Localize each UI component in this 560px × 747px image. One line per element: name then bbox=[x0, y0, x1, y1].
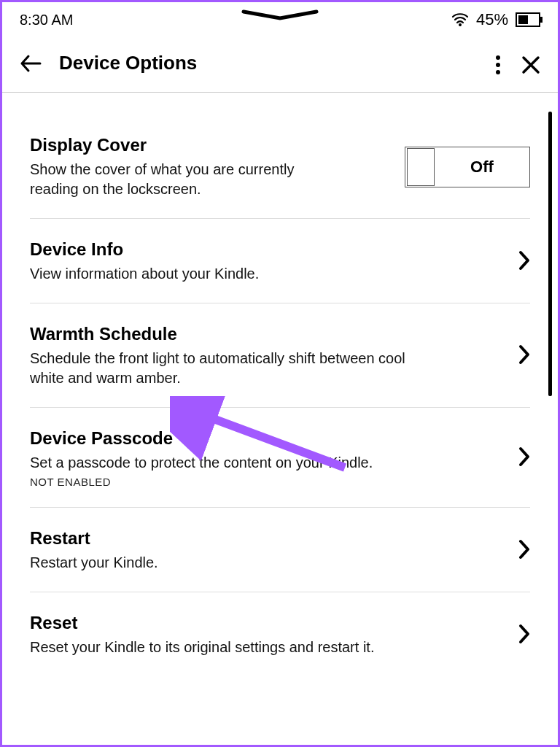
svg-rect-2 bbox=[540, 17, 542, 23]
row-status: NOT ENABLED bbox=[30, 476, 504, 488]
row-title: Device Info bbox=[30, 239, 504, 260]
toggle-knob bbox=[407, 148, 435, 186]
wifi-icon bbox=[451, 12, 469, 27]
row-title: Device Passcode bbox=[30, 428, 504, 449]
row-subtitle: Schedule the front light to automaticall… bbox=[30, 349, 438, 388]
chevron-right-icon bbox=[518, 344, 530, 368]
row-device-passcode[interactable]: Device Passcode Set a passcode to protec… bbox=[30, 408, 530, 508]
row-display-cover[interactable]: Display Cover Show the cover of what you… bbox=[30, 115, 530, 219]
kebab-icon bbox=[495, 55, 501, 75]
row-subtitle: Set a passcode to protect the content on… bbox=[30, 453, 438, 473]
close-icon bbox=[521, 55, 540, 74]
svg-point-4 bbox=[496, 55, 500, 60]
row-title: Warmth Schedule bbox=[30, 324, 504, 344]
row-subtitle: View information about your Kindle. bbox=[30, 264, 438, 284]
chevron-right-icon bbox=[518, 250, 530, 274]
svg-rect-3 bbox=[518, 15, 528, 24]
row-restart[interactable]: Restart Restart your Kindle. bbox=[30, 508, 530, 592]
row-subtitle: Restart your Kindle. bbox=[30, 553, 438, 573]
battery-icon bbox=[516, 12, 543, 27]
scrollbar[interactable] bbox=[548, 112, 552, 396]
arrow-left-icon bbox=[20, 54, 42, 73]
svg-point-6 bbox=[496, 70, 500, 74]
pulldown-handle-icon[interactable] bbox=[240, 9, 320, 24]
row-subtitle: Reset your Kindle to its original settin… bbox=[30, 638, 438, 657]
row-warmth-schedule[interactable]: Warmth Schedule Schedule the front light… bbox=[30, 303, 530, 408]
page-title: Device Options bbox=[59, 52, 197, 74]
chevron-right-icon bbox=[518, 446, 530, 470]
svg-point-0 bbox=[459, 23, 462, 26]
page-header: Device Options bbox=[2, 37, 558, 93]
row-title: Restart bbox=[30, 528, 504, 549]
chevron-right-icon bbox=[518, 539, 530, 562]
clock-time: 8:30 AM bbox=[20, 12, 73, 28]
row-subtitle: Show the cover of what you are currently… bbox=[30, 160, 322, 199]
row-title: Reset bbox=[30, 613, 504, 633]
toggle-state: Off bbox=[435, 158, 529, 177]
chevron-right-icon bbox=[518, 624, 530, 647]
battery-percent: 45% bbox=[476, 10, 508, 29]
back-button[interactable] bbox=[20, 54, 42, 73]
svg-point-5 bbox=[496, 63, 500, 67]
display-cover-toggle[interactable]: Off bbox=[405, 147, 530, 187]
settings-list: Display Cover Show the cover of what you… bbox=[2, 115, 558, 676]
close-button[interactable] bbox=[521, 55, 540, 74]
overflow-menu-button[interactable] bbox=[495, 55, 501, 75]
row-reset[interactable]: Reset Reset your Kindle to its original … bbox=[30, 592, 530, 676]
row-title: Display Cover bbox=[30, 135, 390, 155]
row-device-info[interactable]: Device Info View information about your … bbox=[30, 219, 530, 303]
